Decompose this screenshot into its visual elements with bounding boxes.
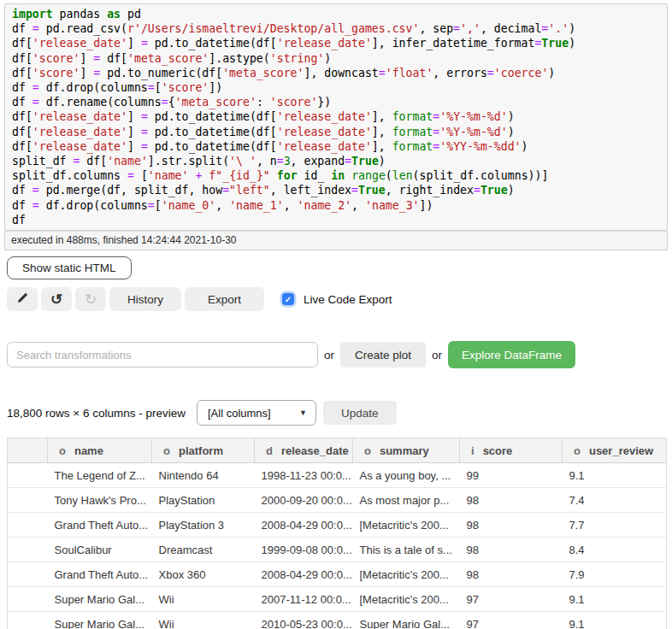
- table-row: Grand Theft Auto...Xbox 3602008-04-29 00…: [8, 562, 667, 587]
- table-cell: Super Mario Gal...: [48, 612, 152, 629]
- or-label: or: [324, 349, 334, 362]
- code-block: import pandas as pddf = pd.read_csv(r'/U…: [12, 7, 660, 227]
- table-cell: 8.4: [563, 538, 667, 562]
- code-line: df['release_date'] = pd.to_datetime(df['…: [12, 125, 660, 139]
- index-cell: [8, 513, 48, 538]
- column-header-platform: oplatform: [152, 438, 255, 463]
- table-cell: This is a tale of s...: [353, 538, 460, 562]
- code-line: df['release_date'] = pd.to_datetime(df['…: [12, 139, 660, 154]
- table-cell: 7.7: [563, 513, 667, 538]
- table-cell: 98: [460, 538, 563, 562]
- table-cell: SoulCalibur: [48, 538, 152, 562]
- explore-dataframe-button[interactable]: Explore DataFrame: [448, 341, 575, 368]
- dataframe-shape-summary: 18,800 rows × 6 columns - preview: [7, 407, 186, 420]
- table-cell: Dreamcast: [152, 538, 255, 562]
- table-cell: 97: [460, 587, 563, 612]
- live-code-export-checkbox[interactable]: ✓ Live Code Export: [280, 293, 392, 306]
- code-cell[interactable]: import pandas as pddf = pd.read_csv(r'/U…: [4, 3, 668, 231]
- code-line: df['release_date'] = pd.to_datetime(df['…: [12, 109, 660, 124]
- table-cell: 99: [460, 463, 563, 488]
- table-cell: Xbox 360: [152, 562, 255, 587]
- live-code-export-label: Live Code Export: [304, 293, 392, 306]
- table-cell: 9.1: [563, 612, 667, 629]
- index-cell: [8, 463, 48, 488]
- table-cell: [Metacritic's 200...: [353, 513, 460, 538]
- table-cell: 1999-09-08 00:0...: [255, 538, 353, 562]
- show-static-html-button[interactable]: Show static HTML: [7, 256, 132, 279]
- column-label: score: [483, 444, 513, 457]
- dtype-badge: o: [364, 444, 371, 457]
- pencil-icon: [16, 291, 29, 307]
- column-header-score: iscore: [460, 438, 563, 463]
- table-row: Super Mario Gal...Wii2010-05-23 00:0...S…: [8, 612, 667, 629]
- code-line: df = df.drop(columns=['name_0', 'name_1'…: [12, 198, 660, 213]
- code-line: df = pd.merge(df, split_df, how="left", …: [12, 183, 660, 197]
- column-header-release_date: drelease_date: [255, 438, 353, 463]
- table-cell: 98: [460, 562, 563, 587]
- dtype-badge: o: [59, 444, 66, 457]
- column-label: platform: [179, 444, 223, 457]
- table-cell: 9.1: [563, 463, 667, 488]
- column-header-user_review: ouser_review: [563, 438, 667, 463]
- table-body: The Legend of Z...Nintendo 641998-11-23 …: [8, 463, 667, 629]
- history-button[interactable]: History: [109, 287, 181, 311]
- table-cell: The Legend of Z...: [48, 463, 152, 488]
- create-plot-button[interactable]: Create plot: [340, 342, 426, 367]
- dataframe-preview-table: onameoplatformdrelease_dateosummaryiscor…: [7, 438, 667, 629]
- redo-button[interactable]: ↻: [75, 287, 106, 311]
- code-line: split_df = df['name'].str.split('\ ', n=…: [12, 154, 660, 168]
- table-cell: 98: [460, 513, 563, 538]
- checkbox-check-icon: ✓: [282, 293, 294, 305]
- index-cell: [8, 488, 48, 513]
- code-line: split_df.columns = ['name' + f"_{id_}" f…: [12, 168, 660, 183]
- preview-bar: 18,800 rows × 6 columns - preview [All c…: [7, 400, 672, 426]
- table-row: SoulCaliburDreamcast1999-09-08 00:0...Th…: [8, 538, 667, 562]
- column-label: summary: [380, 444, 429, 457]
- table-cell: 2008-04-29 00:0...: [255, 513, 353, 538]
- table-cell: PlayStation: [152, 488, 255, 513]
- code-line: df = df.rename(columns={'meta_score': 's…: [12, 95, 660, 109]
- table-cell: 1998-11-23 00:0...: [255, 463, 353, 488]
- redo-icon: ↻: [85, 292, 97, 307]
- columns-select-value: [All columns]: [208, 407, 271, 420]
- table-cell: As most major p...: [353, 488, 460, 513]
- table-cell: PlayStation 3: [152, 513, 255, 538]
- table-row: The Legend of Z...Nintendo 641998-11-23 …: [8, 463, 667, 488]
- column-label: name: [74, 444, 103, 457]
- table-cell: Super Mario Gal...: [48, 587, 152, 612]
- dtype-badge: i: [471, 444, 475, 457]
- table-cell: As a young boy, ...: [353, 463, 460, 488]
- execution-status: executed in 488ms, finished 14:24:44 202…: [4, 231, 668, 250]
- index-cell: [8, 538, 48, 562]
- undo-button[interactable]: ↺: [41, 287, 72, 311]
- columns-select[interactable]: [All columns] ▼: [197, 400, 316, 426]
- chevron-down-icon: ▼: [299, 409, 307, 417]
- index-cell: [8, 612, 48, 629]
- update-button[interactable]: Update: [323, 401, 397, 425]
- dtype-badge: d: [266, 444, 273, 457]
- index-cell: [8, 587, 48, 612]
- edit-button[interactable]: [7, 287, 38, 311]
- code-line: df['score'] = pd.to_numeric(df['meta_sco…: [12, 66, 660, 80]
- table-cell: Wii: [152, 612, 255, 629]
- table-cell: [Metacritic's 200...: [353, 587, 460, 612]
- toolbar: ↺ ↻ History Export ✓ Live Code Export: [7, 287, 672, 311]
- table-cell: 2007-11-12 00:0...: [255, 587, 353, 612]
- search-transformations-input[interactable]: [7, 342, 318, 367]
- code-line: df = pd.read_csv(r'/Users/ismaeltrevi/De…: [12, 21, 660, 36]
- column-header-name: oname: [48, 438, 152, 463]
- table-cell: Grand Theft Auto...: [48, 562, 152, 587]
- index-column-header: [8, 438, 48, 463]
- table-row: Super Mario Gal...Wii2007-11-12 00:0...[…: [8, 587, 667, 612]
- table-cell: 7.9: [563, 562, 667, 587]
- table-header-row: onameoplatformdrelease_dateosummaryiscor…: [8, 438, 667, 463]
- export-button[interactable]: Export: [185, 287, 264, 311]
- table-cell: Wii: [152, 587, 255, 612]
- code-line: df['release_date'] = pd.to_datetime(df['…: [12, 36, 660, 50]
- table-cell: 7.4: [563, 488, 667, 513]
- table-cell: Grand Theft Auto...: [48, 513, 152, 538]
- table-cell: 2010-05-23 00:0...: [255, 612, 353, 629]
- table-row: Tony Hawk's Pro...PlayStation2000-09-20 …: [8, 488, 667, 513]
- column-header-summary: osummary: [353, 438, 460, 463]
- table-cell: 2008-04-29 00:0...: [255, 562, 353, 587]
